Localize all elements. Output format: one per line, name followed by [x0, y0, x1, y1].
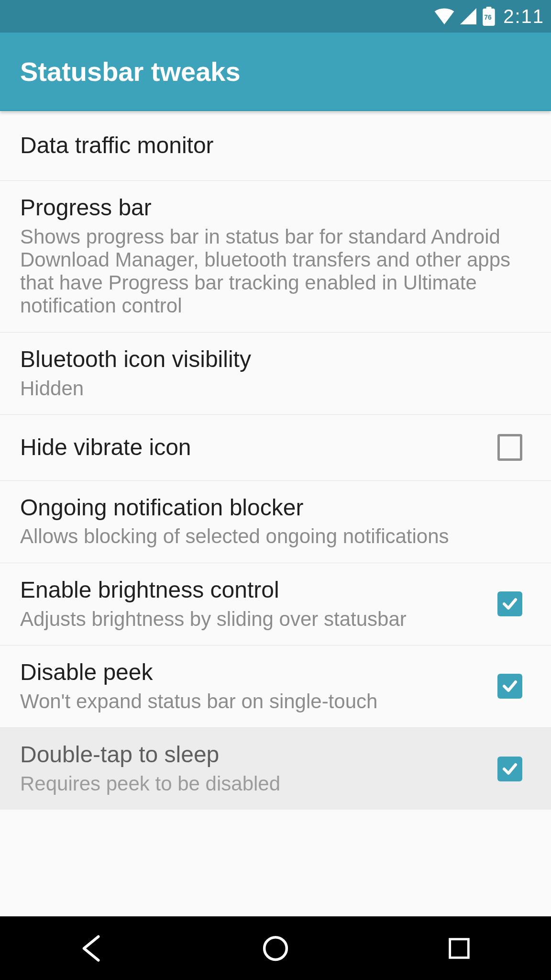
checkbox-disable-peek[interactable]	[497, 674, 522, 699]
navigation-bar	[0, 916, 551, 980]
nav-back-button[interactable]	[63, 929, 121, 968]
svg-rect-3	[450, 939, 469, 958]
battery-icon: 76	[482, 7, 496, 26]
row-title: Bluetooth icon visibility	[20, 347, 521, 372]
recents-icon	[445, 935, 473, 962]
row-title: Hide vibrate icon	[20, 435, 488, 460]
row-subtitle: Shows progress bar in status bar for sta…	[20, 225, 521, 318]
checkbox-checked-icon	[497, 674, 522, 699]
row-title: Double-tap to sleep	[20, 742, 488, 768]
row-subtitle: Won't expand status bar on single-touch	[20, 690, 488, 713]
checkbox-unchecked-icon	[497, 434, 522, 461]
row-bluetooth-icon-visibility[interactable]: Bluetooth icon visibility Hidden	[0, 333, 551, 415]
svg-point-2	[264, 937, 287, 959]
home-icon	[260, 933, 291, 964]
row-progress-bar[interactable]: Progress bar Shows progress bar in statu…	[0, 181, 551, 333]
row-title: Enable brightness control	[20, 578, 488, 603]
row-subtitle: Requires peek to be disabled	[20, 772, 488, 795]
settings-list[interactable]: Data traffic monitor Progress bar Shows …	[0, 111, 551, 917]
cellular-signal-icon	[459, 8, 477, 24]
row-title: Progress bar	[20, 195, 521, 221]
row-title: Data traffic monitor	[20, 133, 521, 158]
svg-rect-1	[486, 7, 492, 9]
checkbox-checked-icon	[497, 757, 522, 781]
app-bar: Statusbar tweaks	[0, 33, 551, 111]
row-enable-brightness-control[interactable]: Enable brightness control Adjusts bright…	[0, 563, 551, 646]
checkbox-checked-icon	[497, 591, 522, 616]
row-hide-vibrate-icon[interactable]: Hide vibrate icon	[0, 415, 551, 481]
system-status-bar: 76 2:11	[0, 0, 551, 33]
row-disable-peek[interactable]: Disable peek Won't expand status bar on …	[0, 646, 551, 728]
row-title: Ongoing notification blocker	[20, 495, 521, 521]
wifi-icon	[434, 8, 454, 24]
checkbox-hide-vibrate[interactable]	[497, 435, 522, 460]
device-frame: 76 2:11 Statusbar tweaks Data traffic mo…	[0, 0, 551, 980]
row-subtitle: Allows blocking of selected ongoing noti…	[20, 525, 521, 548]
row-data-traffic-monitor[interactable]: Data traffic monitor	[0, 111, 551, 181]
svg-rect-0	[483, 9, 495, 26]
page-title: Statusbar tweaks	[20, 56, 241, 87]
row-subtitle: Adjusts brightness by sliding over statu…	[20, 608, 488, 631]
checkbox-double-tap[interactable]	[497, 757, 522, 781]
row-subtitle: Hidden	[20, 377, 521, 400]
row-ongoing-notification-blocker[interactable]: Ongoing notification blocker Allows bloc…	[0, 481, 551, 563]
status-time: 2:11	[503, 6, 544, 27]
nav-home-button[interactable]	[247, 929, 304, 968]
nav-recents-button[interactable]	[430, 929, 488, 968]
checkbox-brightness[interactable]	[497, 591, 522, 616]
row-double-tap-to-sleep[interactable]: Double-tap to sleep Requires peek to be …	[0, 728, 551, 810]
row-title: Disable peek	[20, 660, 488, 685]
back-icon	[76, 933, 108, 964]
